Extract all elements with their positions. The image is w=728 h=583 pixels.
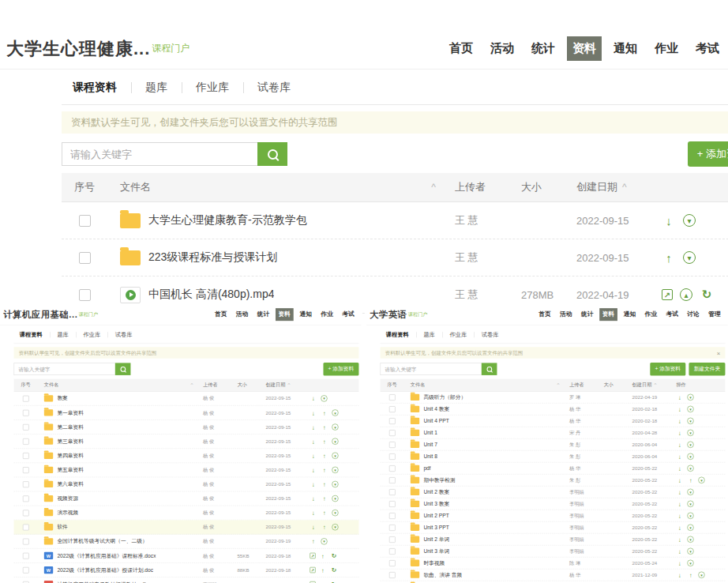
file-name[interactable]: 高级听力（部分）	[423, 393, 466, 401]
file-name[interactable]: 第五章资料	[57, 466, 84, 473]
download-icon[interactable]: ↓	[676, 536, 683, 543]
circle-down-icon[interactable]: ▾	[332, 524, 338, 530]
circle-down-icon[interactable]: ▾	[687, 406, 693, 412]
download-icon[interactable]: ↓	[676, 453, 683, 460]
file-name[interactable]: pdf	[423, 465, 430, 472]
upload-icon[interactable]: ↑	[321, 510, 328, 517]
file-name[interactable]: 第四章资料	[57, 452, 84, 459]
file-name[interactable]: Unit 7	[423, 442, 437, 448]
circle-down-icon[interactable]: ▾	[332, 495, 338, 502]
file-name[interactable]: 第六章资料	[57, 480, 84, 487]
upload-icon[interactable]: ↑	[687, 571, 694, 578]
file-name[interactable]: 时事视频	[423, 559, 445, 566]
file-name[interactable]: Unit 1	[423, 430, 437, 436]
download-icon[interactable]: ↓	[676, 547, 683, 555]
nav-item-1[interactable]: 活动	[233, 308, 251, 321]
file-name[interactable]: Unit 4 PPT	[423, 418, 448, 424]
circle-down-icon[interactable]: ▾	[687, 560, 693, 566]
sort-asc-icon[interactable]: ^	[622, 182, 627, 193]
circle-down-icon[interactable]: ▾	[687, 536, 693, 543]
file-name[interactable]: 视频资源	[57, 495, 78, 502]
row-checkbox[interactable]	[389, 501, 396, 507]
upload-icon[interactable]: ↑	[321, 495, 328, 502]
file-name[interactable]: 歌曲、演讲 音频	[423, 571, 462, 578]
download-icon[interactable]: ↓	[676, 465, 683, 472]
circle-down-icon[interactable]: ▾	[321, 538, 327, 544]
sync-icon[interactable]: ↻	[330, 552, 337, 559]
upload-icon[interactable]: ↑	[321, 423, 328, 431]
search-input[interactable]	[62, 142, 257, 166]
row-checkbox[interactable]	[389, 418, 396, 424]
nav-item-1[interactable]: 活动	[557, 308, 575, 321]
download-icon[interactable]: ↓	[310, 395, 317, 402]
download-icon[interactable]: ↓	[676, 417, 683, 424]
row-checkbox[interactable]	[389, 525, 396, 531]
row-checkbox[interactable]	[389, 477, 396, 483]
row-checkbox[interactable]	[389, 536, 396, 543]
search-button[interactable]	[257, 142, 287, 166]
sort-asc-icon[interactable]: ^	[287, 382, 290, 388]
row-checkbox[interactable]	[23, 467, 29, 473]
file-name[interactable]: 2022级《计算机应用基础》课程标准.docx	[57, 552, 156, 559]
row-checkbox[interactable]	[23, 553, 29, 559]
row-checkbox[interactable]	[23, 538, 29, 544]
nav-item-0[interactable]: 首页	[536, 308, 554, 321]
export-icon[interactable]: ↗	[310, 553, 315, 559]
download-icon[interactable]: ↓	[310, 452, 317, 459]
row-checkbox[interactable]	[23, 495, 29, 502]
circle-down-icon[interactable]: ▾	[683, 251, 696, 264]
row-checkbox[interactable]	[389, 489, 396, 495]
download-icon[interactable]: ↓	[310, 524, 317, 531]
circle-down-icon[interactable]: ▾	[332, 481, 338, 487]
row-checkbox[interactable]	[389, 442, 396, 448]
file-name[interactable]: Unit 2 PPT	[423, 513, 448, 519]
row-checkbox[interactable]	[389, 513, 396, 519]
row-checkbox[interactable]	[389, 430, 396, 436]
row-checkbox[interactable]	[23, 524, 29, 530]
file-name[interactable]: Unit 2 单词	[423, 536, 449, 543]
nav-item-5[interactable]: 作业	[642, 308, 660, 321]
circle-down-icon[interactable]: ▾	[332, 467, 338, 473]
sort-asc-icon[interactable]: ^	[431, 182, 436, 193]
file-name[interactable]: 演示视频	[57, 510, 78, 517]
download-icon[interactable]: ↓	[662, 213, 676, 228]
download-icon[interactable]: ↓	[676, 488, 683, 495]
upload-icon[interactable]: ↑	[687, 476, 694, 483]
download-icon[interactable]: ↓	[676, 559, 683, 566]
circle-down-icon[interactable]: ▾	[332, 423, 338, 430]
nav-item-4[interactable]: 通知	[621, 308, 639, 321]
upload-icon[interactable]: ↑	[321, 524, 328, 531]
nav-item-5[interactable]: 作业	[318, 308, 336, 321]
circle-down-icon[interactable]: ▾	[332, 453, 338, 459]
upload-icon[interactable]: ↑	[321, 409, 328, 416]
nav-item-3[interactable]: 资料	[276, 308, 294, 321]
nav-item-3[interactable]: 资料	[599, 308, 617, 321]
add-resource-button[interactable]: + 添加资料	[323, 363, 358, 376]
download-icon[interactable]: ↓	[676, 571, 683, 578]
circle-down-icon[interactable]: ▾	[687, 394, 693, 401]
file-name[interactable]: Unit 3 单词	[423, 547, 449, 555]
sort-asc-icon[interactable]: ^	[654, 382, 656, 388]
file-name[interactable]: Unit 4 教案	[423, 405, 449, 412]
row-checkbox[interactable]	[23, 396, 29, 402]
tab-3[interactable]: 试卷库	[243, 79, 305, 96]
download-icon[interactable]: ↓	[676, 429, 683, 436]
circle-down-icon[interactable]: ▾	[687, 525, 693, 531]
nav-item-5[interactable]: 作业	[649, 36, 684, 61]
download-icon[interactable]: ↓	[310, 480, 317, 487]
row-checkbox[interactable]	[79, 215, 91, 227]
circle-down-icon[interactable]: ▾	[687, 442, 693, 448]
search-button[interactable]	[115, 363, 131, 375]
circle-up-icon[interactable]: ▴	[680, 288, 692, 301]
download-icon[interactable]: ↓	[310, 423, 317, 431]
upload-icon[interactable]: ↑	[321, 452, 328, 459]
download-icon[interactable]: ↓	[310, 495, 317, 502]
row-checkbox[interactable]	[389, 548, 396, 555]
search-input[interactable]	[14, 363, 115, 375]
circle-down-icon[interactable]: ▾	[332, 510, 338, 516]
nav-item-2[interactable]: 统计	[526, 36, 561, 61]
search-button[interactable]	[482, 363, 497, 375]
file-name[interactable]: 教案	[57, 395, 67, 402]
sort-asc-icon[interactable]: ^	[557, 382, 560, 388]
nav-item-3[interactable]: 资料	[567, 36, 602, 61]
